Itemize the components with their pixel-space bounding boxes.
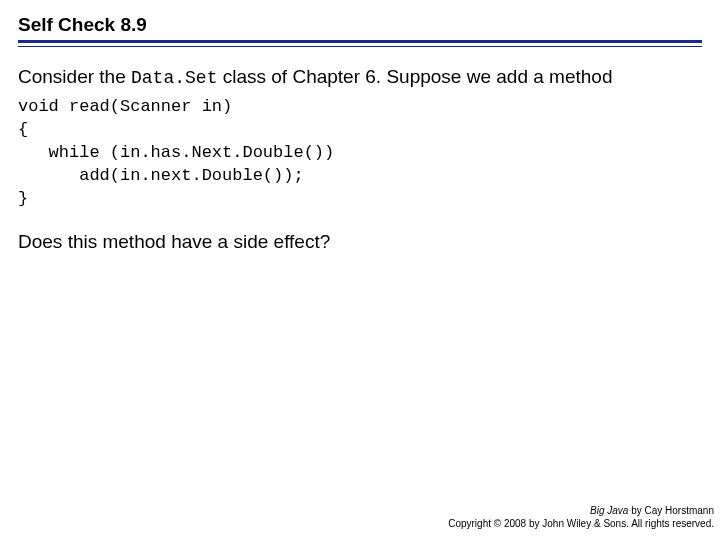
slide-content: Self Check 8.9 Consider the Data.Set cla… — [0, 0, 720, 253]
footer: Big Java by Cay Horstmann Copyright © 20… — [448, 504, 714, 530]
footer-author: by Cay Horstmann — [628, 505, 714, 516]
footer-copyright: Copyright © 2008 by John Wiley & Sons. A… — [448, 517, 714, 530]
intro-before: Consider the — [18, 66, 131, 87]
intro-after: class of Chapter 6. Suppose we add a met… — [217, 66, 612, 87]
intro-text: Consider the Data.Set class of Chapter 6… — [18, 65, 702, 90]
footer-book: Big Java — [590, 505, 628, 516]
intro-code: Data.Set — [131, 68, 217, 88]
title-rule — [18, 40, 702, 47]
slide-title: Self Check 8.9 — [18, 14, 702, 36]
code-block: void read(Scanner in) { while (in.has.Ne… — [18, 96, 702, 211]
question-text: Does this method have a side effect? — [18, 231, 702, 253]
footer-line1: Big Java by Cay Horstmann — [448, 504, 714, 517]
